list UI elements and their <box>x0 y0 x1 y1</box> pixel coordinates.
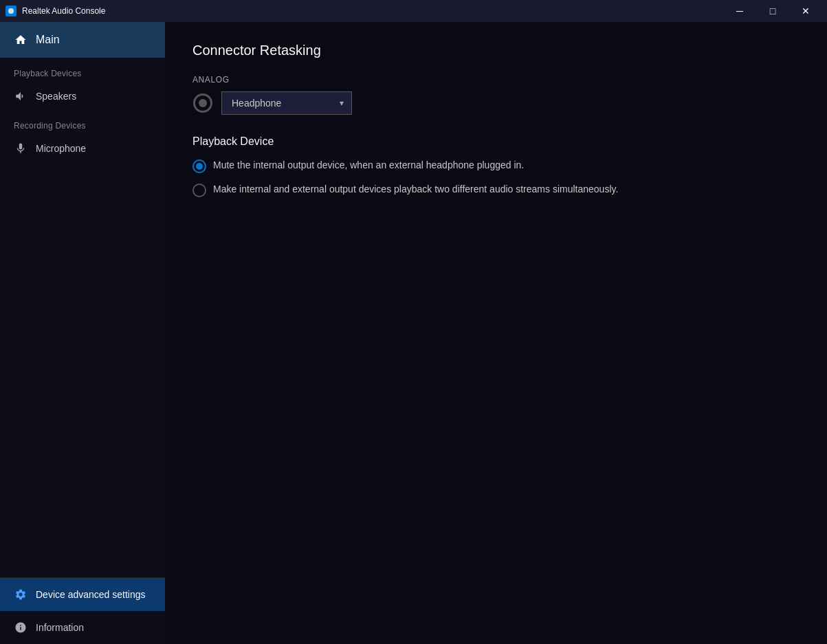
radio-option-simultaneous[interactable]: Make internal and external output device… <box>192 183 800 197</box>
radio-button-mute[interactable] <box>192 159 206 173</box>
playback-device-title: Playback Device <box>192 135 800 148</box>
sidebar: Main Playback Devices Speakers Recording… <box>0 22 165 644</box>
microphone-label: Microphone <box>36 143 86 154</box>
title-bar-controls: ─ □ ✕ <box>724 0 822 22</box>
gear-icon <box>14 588 27 601</box>
app-container: Main Playback Devices Speakers Recording… <box>0 22 827 644</box>
sidebar-bottom: Device advanced settings Information <box>0 577 165 644</box>
sidebar-main: Main Playback Devices Speakers Recording… <box>0 22 165 577</box>
sidebar-item-device-advanced[interactable]: Device advanced settings <box>0 578 165 611</box>
app-title: Realtek Audio Console <box>22 6 105 16</box>
information-label: Information <box>36 622 84 633</box>
speakers-icon <box>14 89 27 103</box>
content-area: Connector Retasking ANALOG Headphone Lin… <box>165 22 827 644</box>
sidebar-item-information[interactable]: Information <box>0 611 165 644</box>
headphone-dropdown[interactable]: Headphone Line Out Microphone Line In <box>221 91 352 115</box>
microphone-icon <box>14 142 27 155</box>
radio-button-simultaneous[interactable] <box>192 184 206 197</box>
radio-option-mute[interactable]: Mute the internal output device, when an… <box>192 159 800 173</box>
radio-label-mute: Mute the internal output device, when an… <box>213 159 524 173</box>
svg-point-0 <box>8 8 14 14</box>
radio-inner-mute <box>196 163 203 170</box>
connector-icon <box>192 93 213 113</box>
sidebar-item-main[interactable]: Main <box>0 22 165 58</box>
device-advanced-label: Device advanced settings <box>36 589 146 600</box>
home-icon <box>14 33 27 47</box>
main-label: Main <box>36 34 60 46</box>
page-title: Connector Retasking <box>192 43 800 58</box>
recording-section-label: Recording Devices <box>0 110 165 135</box>
app-icon <box>5 5 16 16</box>
analog-label: ANALOG <box>192 75 800 85</box>
maximize-button[interactable]: □ <box>757 0 789 22</box>
minimize-button[interactable]: ─ <box>724 0 756 22</box>
title-bar-left: Realtek Audio Console <box>5 5 105 16</box>
title-bar: Realtek Audio Console ─ □ ✕ <box>0 0 827 22</box>
playback-section-label: Playback Devices <box>0 58 165 82</box>
sidebar-item-speakers[interactable]: Speakers <box>0 82 165 110</box>
headphone-dropdown-wrapper: Headphone Line Out Microphone Line In ▾ <box>221 91 352 115</box>
info-icon <box>14 621 27 634</box>
analog-row: Headphone Line Out Microphone Line In ▾ <box>192 91 800 115</box>
close-button[interactable]: ✕ <box>790 0 822 22</box>
speakers-label: Speakers <box>36 91 76 102</box>
radio-label-simultaneous: Make internal and external output device… <box>213 183 618 197</box>
sidebar-item-microphone[interactable]: Microphone <box>0 135 165 162</box>
